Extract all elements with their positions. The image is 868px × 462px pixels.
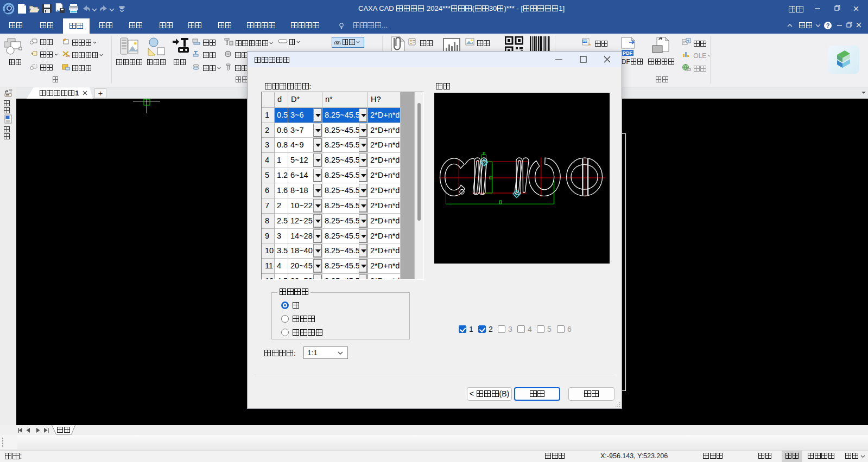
svg-text:PDF: PDF (623, 50, 633, 56)
svg-text:PDF: PDF (583, 40, 590, 43)
svg-text:EX: EX (66, 54, 70, 57)
